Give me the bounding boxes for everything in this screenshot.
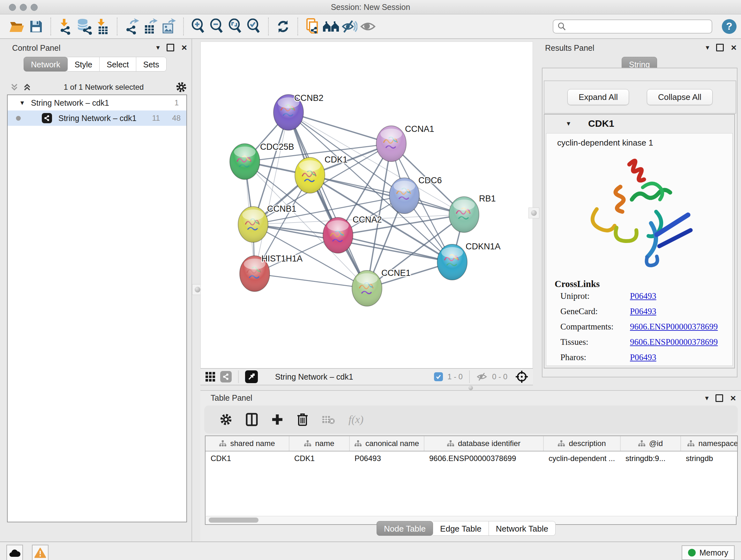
tab-network[interactable]: Network — [23, 57, 68, 71]
node-CCNA1[interactable] — [376, 126, 406, 162]
node-CDK1[interactable] — [295, 158, 325, 193]
network-collection-row[interactable]: ▾ String Network – cdk1 1 — [8, 95, 186, 111]
table-settings-gear-icon[interactable] — [219, 413, 232, 426]
birdseye-navigator-button[interactable] — [245, 370, 258, 383]
tab-select[interactable]: Select — [99, 57, 136, 71]
column-header-description[interactable]: description — [543, 436, 620, 451]
bottom-splitter-handle[interactable] — [465, 386, 476, 390]
hidden-eye-slash-icon[interactable] — [476, 372, 488, 381]
refresh-view-button[interactable] — [274, 17, 292, 36]
delete-column-trash-icon[interactable] — [297, 413, 308, 427]
table-cell[interactable]: 9606.ENSP00000378699 — [424, 451, 543, 465]
string-badge-icon[interactable] — [220, 371, 232, 382]
search-icon — [558, 22, 566, 30]
clone-network-button[interactable] — [303, 17, 322, 36]
delete-table-icon[interactable] — [322, 414, 335, 425]
search-input[interactable] — [569, 22, 707, 31]
table-hscrollbar-thumb[interactable] — [209, 517, 259, 523]
zoom-selected-button[interactable] — [245, 17, 263, 36]
collapse-all-icon[interactable] — [10, 82, 19, 92]
collapse-all-button[interactable]: Collapse All — [647, 89, 713, 105]
table-cell[interactable]: CDK1 — [289, 451, 349, 465]
export-table-button[interactable] — [141, 17, 159, 36]
table-cell[interactable]: stringdb:9... — [620, 451, 681, 465]
table-panel-float-button[interactable]: ▾ — [705, 394, 709, 402]
zoom-fit-button[interactable] — [226, 17, 245, 36]
results-panel-close-button[interactable]: × — [731, 45, 737, 51]
crosslink-link[interactable]: P06493 — [630, 291, 657, 301]
memory-button[interactable]: Memory — [682, 545, 735, 560]
tab-network-table[interactable]: Network Table — [489, 521, 556, 536]
control-panel-float-button[interactable]: ▾ — [156, 44, 159, 52]
warnings-button[interactable] — [32, 545, 49, 560]
control-panel-maximize-button[interactable] — [166, 44, 174, 51]
show-all-button[interactable] — [359, 17, 377, 36]
node-CDKN1A[interactable] — [437, 244, 467, 280]
grid-view-icon[interactable] — [205, 371, 216, 382]
tab-node-table[interactable]: Node Table — [377, 521, 433, 536]
section-collapse-icon[interactable]: ▾ — [567, 119, 570, 128]
column-header--id[interactable]: @id — [620, 436, 681, 451]
help-button[interactable]: ? — [722, 19, 737, 34]
first-neighbors-button[interactable] — [322, 17, 340, 36]
tab-style[interactable]: Style — [68, 57, 100, 71]
crosslink-link[interactable]: P06493 — [630, 353, 657, 362]
network-options-gear-icon[interactable] — [176, 81, 187, 93]
network-row-selected[interactable]: String Network – cdk1 11 48 — [8, 111, 186, 126]
tab-sets[interactable]: Sets — [136, 57, 166, 71]
toggle-columns-icon[interactable] — [246, 413, 258, 426]
node-CCNA2[interactable] — [323, 217, 353, 253]
save-session-button[interactable] — [27, 17, 45, 36]
table-cell[interactable]: cyclin-dependent ... — [543, 451, 620, 465]
crosslink-link[interactable]: 9606.ENSP00000378699 — [630, 322, 718, 332]
edge-HIST1H1A-CCNE1[interactable] — [255, 273, 367, 288]
zoom-out-button[interactable] — [207, 17, 226, 36]
import-network-database-button[interactable] — [75, 17, 93, 36]
protein-section-header[interactable]: ▾ CDK1 — [544, 115, 734, 132]
expand-all-icon[interactable] — [22, 82, 32, 92]
column-header-name[interactable]: name — [289, 436, 349, 451]
open-session-button[interactable] — [8, 17, 27, 36]
expand-all-button[interactable]: Expand All — [567, 89, 629, 105]
edge-CCNB2-HIST1H1A[interactable] — [255, 112, 288, 273]
control-panel-close-button[interactable]: × — [181, 45, 187, 51]
table-panel-maximize-button[interactable] — [716, 394, 723, 402]
zoom-in-button[interactable] — [189, 17, 207, 36]
edge-CCNB2-CCNA1[interactable] — [288, 112, 391, 144]
crosslink-link[interactable]: P06493 — [630, 307, 657, 316]
node-CDC25B[interactable] — [230, 144, 260, 179]
collection-expand-icon[interactable]: ▾ — [20, 99, 24, 107]
add-column-plus-icon[interactable] — [271, 414, 283, 426]
right-splitter-handle[interactable] — [529, 207, 539, 219]
crosslink-link[interactable]: 9606.ENSP00000378699 — [630, 337, 718, 347]
import-network-file-button[interactable] — [56, 17, 75, 36]
selected-checkbox-icon[interactable] — [434, 372, 443, 381]
node-CDC6[interactable] — [389, 178, 419, 213]
export-image-button[interactable] — [159, 17, 178, 36]
column-header-shared-name[interactable]: shared name — [205, 436, 289, 451]
table-cell[interactable]: CDK1 — [205, 451, 289, 465]
column-header-database-identifier[interactable]: database identifier — [424, 436, 543, 451]
import-table-button[interactable] — [93, 17, 112, 36]
results-panel-maximize-button[interactable] — [716, 44, 724, 51]
table-cell[interactable]: P06493 — [349, 451, 424, 465]
export-network-button[interactable] — [123, 17, 141, 36]
results-panel-float-button[interactable]: ▾ — [705, 44, 709, 52]
edge-CCNA2-CDKN1A[interactable] — [338, 235, 452, 262]
node-CCNE1[interactable] — [352, 270, 382, 306]
node-CCNB1[interactable] — [238, 206, 268, 242]
function-builder-button[interactable]: f(x) — [348, 414, 363, 426]
tab-edge-table[interactable]: Edge Table — [433, 521, 489, 536]
table-cell[interactable]: stringdb — [681, 451, 738, 465]
network-canvas[interactable]: CCNB2CCNA1CDC25BCDK1CDC6RB1CCNB1CCNA2CDK… — [200, 42, 533, 368]
column-header-canonical-name[interactable]: canonical name — [349, 436, 424, 451]
network-graph[interactable]: CCNB2CCNA1CDC25BCDK1CDC6RB1CCNB1CCNA2CDK… — [201, 42, 533, 368]
cloud-button[interactable] — [6, 545, 23, 560]
column-header-namespace[interactable]: namespace — [681, 436, 738, 451]
node-RB1[interactable] — [449, 197, 479, 233]
fit-selection-crosshair-icon[interactable] — [515, 370, 529, 383]
node-label-CDKN1A: CDKN1A — [466, 242, 501, 251]
table-row[interactable]: CDK1CDK1P064939606.ENSP00000378699cyclin… — [205, 451, 738, 465]
hide-selected-button[interactable] — [340, 17, 359, 36]
table-panel-close-button[interactable]: × — [730, 395, 736, 401]
